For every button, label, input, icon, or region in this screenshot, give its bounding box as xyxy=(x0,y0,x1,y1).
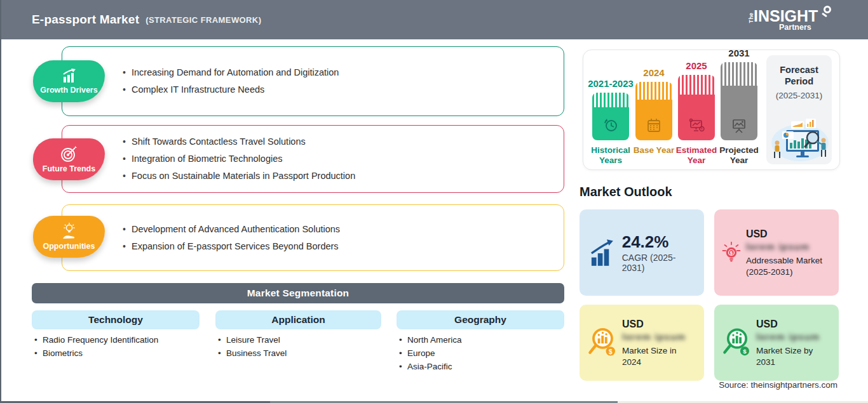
header-bar: E-passport Market (STRATEGIC FRAMEWORK) … xyxy=(1,0,868,39)
application-items: Leisure Travel Business Travel xyxy=(218,333,287,360)
future-trends-list: Shift Towards Contactless Travel Solutio… xyxy=(123,133,564,185)
cagr-value: 24.2% xyxy=(622,232,696,251)
card-text: USD lorem ipsum Market Size by 2031 xyxy=(756,318,831,368)
card-text: USD lorem ipsum Market Size in 2024 xyxy=(622,318,696,368)
bar-body xyxy=(592,107,629,141)
bar-body xyxy=(721,86,757,140)
masked-value: lorem ipsum xyxy=(622,331,696,343)
segmentation-title: Market Segmentation xyxy=(247,287,349,299)
svg-text:$: $ xyxy=(743,348,747,355)
infographic-page: E-passport Market (STRATEGIC FRAMEWORK) … xyxy=(0,0,868,403)
opportunities-box: Development of Advanced Authentication S… xyxy=(62,204,564,271)
bar-body xyxy=(635,100,672,140)
bar-stripes xyxy=(592,93,629,107)
page-subtitle: (STRATEGIC FRAMEWORK) xyxy=(146,15,261,25)
bar-caption: Projected Year xyxy=(718,145,760,166)
year-label: 2025 xyxy=(668,60,725,71)
list-item: Business Travel xyxy=(218,347,287,360)
growth-drivers-list: Increasing Demand for Automation and Dig… xyxy=(123,64,564,98)
card-text: USD lorem ipsum Addressable Market (2025… xyxy=(746,228,831,278)
growth-drivers-badge: Growth Drivers xyxy=(33,60,105,102)
bar-caption: Estimated Year xyxy=(675,145,717,166)
list-item: Expansion of E-passport Services Beyond … xyxy=(123,238,564,255)
clock-history-icon xyxy=(602,117,619,134)
dollar-bulb-icon: $ xyxy=(722,236,741,269)
list-item: Asia-Pacific xyxy=(399,360,462,373)
card-label: Addressable Market (2025-2031) xyxy=(746,255,831,278)
market-segmentation-bar: Market Segmentation xyxy=(32,283,564,303)
market-outlook-title: Market Outlook xyxy=(580,185,672,199)
svg-text:$: $ xyxy=(609,348,613,355)
segment-header-technology: Technology xyxy=(32,310,200,329)
historical-years-bar xyxy=(592,93,629,140)
list-item: Radio Frequency Identification xyxy=(34,333,158,347)
list-item: Focus on Sustainable Materials in Passpo… xyxy=(123,168,564,185)
forecast-range: (2025-2031) xyxy=(766,91,832,100)
estimated-year-bar xyxy=(678,75,715,140)
badge-label: Opportunities xyxy=(43,242,95,251)
forecast-label: Period xyxy=(766,76,832,87)
list-item: Integration of Biometric Technologies xyxy=(123,150,564,168)
magnifier-chart-green-icon: $ xyxy=(722,326,752,359)
magnifier-icon xyxy=(824,6,831,13)
hand-bulb-icon xyxy=(59,223,79,241)
bar-caption: Historical Years xyxy=(590,145,632,166)
estimate-chart-icon xyxy=(688,117,705,134)
future-trends-badge: Future Trends xyxy=(33,138,105,180)
masked-value: lorem ipsum xyxy=(746,241,831,253)
segment-header-application: Application xyxy=(215,310,381,329)
target-dart-icon xyxy=(60,145,79,163)
logo-partners-text: Partners xyxy=(779,23,811,32)
geography-items: North America Europe Asia-Pacific xyxy=(399,333,462,373)
year-label: 2021-2023 xyxy=(582,78,639,89)
forecast-period-panel: Forecast Period (2025-2031) xyxy=(766,55,832,164)
insight-partners-logo: The INSIGHT Partners xyxy=(749,6,832,35)
technology-items: Radio Frequency Identification Biometric… xyxy=(34,333,158,360)
bar-stripes xyxy=(635,82,672,100)
projection-board-icon xyxy=(731,117,747,134)
growth-drivers-box: Increasing Demand for Automation and Dig… xyxy=(62,46,564,116)
source-attribution: Source: theinsightpartners.com xyxy=(719,380,837,390)
bar-chart-growth-icon xyxy=(60,68,79,84)
badge-label: Growth Drivers xyxy=(40,86,97,95)
future-trends-box: Shift Towards Contactless Travel Solutio… xyxy=(62,125,564,193)
list-item: North America xyxy=(399,333,462,347)
analysts-illustration xyxy=(768,116,830,162)
market-size-2024-card: $ USD lorem ipsum Market Size in 2024 xyxy=(580,305,704,381)
currency-label: USD xyxy=(756,318,831,331)
opportunities-badge: Opportunities xyxy=(33,216,105,258)
list-item: Development of Advanced Authentication S… xyxy=(123,221,564,238)
base-year-bar xyxy=(635,82,672,140)
bar-caption: Base Year xyxy=(633,145,675,155)
projected-year-bar xyxy=(721,62,757,140)
forecast-label: Forecast xyxy=(766,64,832,76)
card-label: Market Size in 2024 xyxy=(622,345,696,368)
list-item: Biometrics xyxy=(34,347,158,360)
list-item: Increasing Demand for Automation and Dig… xyxy=(123,64,564,81)
cagr-card: 24.2% CAGR (2025-2031) xyxy=(580,209,704,296)
bar-stripes xyxy=(678,75,715,95)
calendar-icon xyxy=(646,117,662,134)
timeline-panel: 2021-2023 2024 2025 2031 xyxy=(583,50,840,170)
badge-label: Future Trends xyxy=(43,164,95,173)
addressable-market-card: $ USD lorem ipsum Addressable Market (20… xyxy=(714,209,839,296)
cagr-label: CAGR (2025-2031) xyxy=(622,253,696,273)
magnifier-chart-orange-icon: $ xyxy=(587,326,618,359)
cagr-text: 24.2% CAGR (2025-2031) xyxy=(622,232,696,273)
year-label: 2031 xyxy=(710,48,768,58)
bar-stripes xyxy=(721,62,757,86)
list-item: Leisure Travel xyxy=(218,333,287,347)
market-size-2031-card: $ USD lorem ipsum Market Size by 2031 xyxy=(714,305,839,381)
list-item: Shift Towards Contactless Travel Solutio… xyxy=(123,133,564,150)
cagr-growth-icon xyxy=(587,238,617,267)
bar-body xyxy=(678,95,715,140)
card-label: Market Size by 2031 xyxy=(756,345,831,368)
masked-value: lorem ipsum xyxy=(756,331,831,343)
page-title: E-passport Market xyxy=(32,13,139,27)
list-item: Complex IT Infrastructure Needs xyxy=(123,81,564,98)
list-item: Europe xyxy=(399,347,462,360)
currency-label: USD xyxy=(622,318,696,331)
segment-header-geography: Geography xyxy=(397,310,564,329)
opportunities-list: Development of Advanced Authentication S… xyxy=(123,221,564,255)
currency-label: USD xyxy=(746,228,831,241)
